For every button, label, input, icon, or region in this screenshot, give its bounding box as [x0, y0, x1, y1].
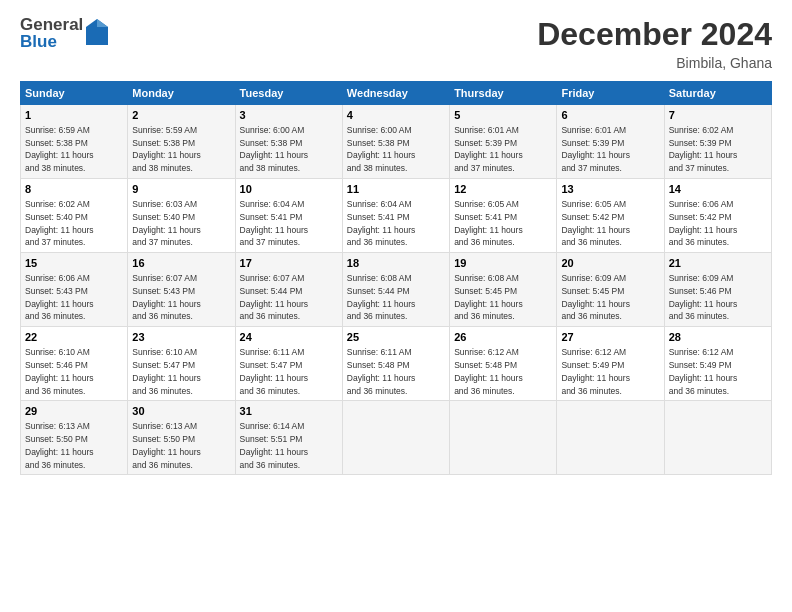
day-info: Sunrise: 6:12 AMSunset: 5:48 PMDaylight:…	[454, 347, 523, 395]
table-cell	[342, 401, 449, 475]
day-info: Sunrise: 6:11 AMSunset: 5:47 PMDaylight:…	[240, 347, 309, 395]
day-number: 10	[240, 182, 338, 197]
calendar-body: 1 Sunrise: 6:59 AMSunset: 5:38 PMDayligh…	[21, 105, 772, 475]
day-info: Sunrise: 6:01 AMSunset: 5:39 PMDaylight:…	[561, 125, 630, 173]
day-number: 9	[132, 182, 230, 197]
table-cell: 2 Sunrise: 5:59 AMSunset: 5:38 PMDayligh…	[128, 105, 235, 179]
day-info: Sunrise: 6:12 AMSunset: 5:49 PMDaylight:…	[561, 347, 630, 395]
table-cell: 13 Sunrise: 6:05 AMSunset: 5:42 PMDaylig…	[557, 179, 664, 253]
day-number: 14	[669, 182, 767, 197]
table-cell	[664, 401, 771, 475]
day-info: Sunrise: 6:59 AMSunset: 5:38 PMDaylight:…	[25, 125, 94, 173]
day-info: Sunrise: 5:59 AMSunset: 5:38 PMDaylight:…	[132, 125, 201, 173]
table-cell: 17 Sunrise: 6:07 AMSunset: 5:44 PMDaylig…	[235, 253, 342, 327]
day-info: Sunrise: 6:07 AMSunset: 5:44 PMDaylight:…	[240, 273, 309, 321]
table-cell: 5 Sunrise: 6:01 AMSunset: 5:39 PMDayligh…	[450, 105, 557, 179]
day-info: Sunrise: 6:10 AMSunset: 5:46 PMDaylight:…	[25, 347, 94, 395]
logo: General Blue	[20, 16, 108, 50]
day-number: 23	[132, 330, 230, 345]
table-row: 29 Sunrise: 6:13 AMSunset: 5:50 PMDaylig…	[21, 401, 772, 475]
table-cell: 1 Sunrise: 6:59 AMSunset: 5:38 PMDayligh…	[21, 105, 128, 179]
table-cell: 20 Sunrise: 6:09 AMSunset: 5:45 PMDaylig…	[557, 253, 664, 327]
day-info: Sunrise: 6:01 AMSunset: 5:39 PMDaylight:…	[454, 125, 523, 173]
day-number: 19	[454, 256, 552, 271]
day-info: Sunrise: 6:13 AMSunset: 5:50 PMDaylight:…	[132, 421, 201, 469]
day-info: Sunrise: 6:08 AMSunset: 5:44 PMDaylight:…	[347, 273, 416, 321]
logo-blue: Blue	[20, 33, 83, 50]
day-info: Sunrise: 6:09 AMSunset: 5:45 PMDaylight:…	[561, 273, 630, 321]
day-info: Sunrise: 6:03 AMSunset: 5:40 PMDaylight:…	[132, 199, 201, 247]
table-cell: 7 Sunrise: 6:02 AMSunset: 5:39 PMDayligh…	[664, 105, 771, 179]
day-info: Sunrise: 6:08 AMSunset: 5:45 PMDaylight:…	[454, 273, 523, 321]
col-friday: Friday	[557, 82, 664, 105]
table-cell: 14 Sunrise: 6:06 AMSunset: 5:42 PMDaylig…	[664, 179, 771, 253]
day-number: 11	[347, 182, 445, 197]
table-cell: 11 Sunrise: 6:04 AMSunset: 5:41 PMDaylig…	[342, 179, 449, 253]
table-row: 8 Sunrise: 6:02 AMSunset: 5:40 PMDayligh…	[21, 179, 772, 253]
table-cell: 23 Sunrise: 6:10 AMSunset: 5:47 PMDaylig…	[128, 327, 235, 401]
table-cell: 28 Sunrise: 6:12 AMSunset: 5:49 PMDaylig…	[664, 327, 771, 401]
table-cell: 9 Sunrise: 6:03 AMSunset: 5:40 PMDayligh…	[128, 179, 235, 253]
col-sunday: Sunday	[21, 82, 128, 105]
day-info: Sunrise: 6:00 AMSunset: 5:38 PMDaylight:…	[240, 125, 309, 173]
logo-text: General Blue	[20, 16, 83, 50]
svg-marker-1	[97, 19, 108, 27]
location: Bimbila, Ghana	[537, 55, 772, 71]
day-number: 25	[347, 330, 445, 345]
day-info: Sunrise: 6:00 AMSunset: 5:38 PMDaylight:…	[347, 125, 416, 173]
day-info: Sunrise: 6:06 AMSunset: 5:42 PMDaylight:…	[669, 199, 738, 247]
table-cell: 4 Sunrise: 6:00 AMSunset: 5:38 PMDayligh…	[342, 105, 449, 179]
logo-general: General	[20, 16, 83, 33]
day-info: Sunrise: 6:04 AMSunset: 5:41 PMDaylight:…	[347, 199, 416, 247]
month-title: December 2024	[537, 16, 772, 53]
day-info: Sunrise: 6:12 AMSunset: 5:49 PMDaylight:…	[669, 347, 738, 395]
day-number: 30	[132, 404, 230, 419]
table-cell: 6 Sunrise: 6:01 AMSunset: 5:39 PMDayligh…	[557, 105, 664, 179]
calendar-header: Sunday Monday Tuesday Wednesday Thursday…	[21, 82, 772, 105]
day-number: 12	[454, 182, 552, 197]
table-cell: 31 Sunrise: 6:14 AMSunset: 5:51 PMDaylig…	[235, 401, 342, 475]
table-row: 15 Sunrise: 6:06 AMSunset: 5:43 PMDaylig…	[21, 253, 772, 327]
table-cell: 26 Sunrise: 6:12 AMSunset: 5:48 PMDaylig…	[450, 327, 557, 401]
table-cell: 21 Sunrise: 6:09 AMSunset: 5:46 PMDaylig…	[664, 253, 771, 327]
day-number: 22	[25, 330, 123, 345]
day-info: Sunrise: 6:07 AMSunset: 5:43 PMDaylight:…	[132, 273, 201, 321]
day-number: 15	[25, 256, 123, 271]
day-number: 1	[25, 108, 123, 123]
day-number: 3	[240, 108, 338, 123]
calendar-table: Sunday Monday Tuesday Wednesday Thursday…	[20, 81, 772, 475]
day-number: 13	[561, 182, 659, 197]
table-cell: 22 Sunrise: 6:10 AMSunset: 5:46 PMDaylig…	[21, 327, 128, 401]
day-number: 28	[669, 330, 767, 345]
day-number: 27	[561, 330, 659, 345]
col-tuesday: Tuesday	[235, 82, 342, 105]
day-number: 18	[347, 256, 445, 271]
table-row: 1 Sunrise: 6:59 AMSunset: 5:38 PMDayligh…	[21, 105, 772, 179]
table-cell: 12 Sunrise: 6:05 AMSunset: 5:41 PMDaylig…	[450, 179, 557, 253]
day-info: Sunrise: 6:02 AMSunset: 5:40 PMDaylight:…	[25, 199, 94, 247]
day-number: 16	[132, 256, 230, 271]
col-wednesday: Wednesday	[342, 82, 449, 105]
day-number: 7	[669, 108, 767, 123]
day-info: Sunrise: 6:14 AMSunset: 5:51 PMDaylight:…	[240, 421, 309, 469]
day-info: Sunrise: 6:11 AMSunset: 5:48 PMDaylight:…	[347, 347, 416, 395]
table-cell: 18 Sunrise: 6:08 AMSunset: 5:44 PMDaylig…	[342, 253, 449, 327]
day-info: Sunrise: 6:10 AMSunset: 5:47 PMDaylight:…	[132, 347, 201, 395]
day-number: 4	[347, 108, 445, 123]
table-cell: 3 Sunrise: 6:00 AMSunset: 5:38 PMDayligh…	[235, 105, 342, 179]
page: General Blue December 2024 Bimbila, Ghan…	[0, 0, 792, 612]
day-number: 21	[669, 256, 767, 271]
day-number: 26	[454, 330, 552, 345]
col-saturday: Saturday	[664, 82, 771, 105]
title-block: December 2024 Bimbila, Ghana	[537, 16, 772, 71]
day-number: 5	[454, 108, 552, 123]
table-row: 22 Sunrise: 6:10 AMSunset: 5:46 PMDaylig…	[21, 327, 772, 401]
day-number: 6	[561, 108, 659, 123]
table-cell: 10 Sunrise: 6:04 AMSunset: 5:41 PMDaylig…	[235, 179, 342, 253]
table-cell: 8 Sunrise: 6:02 AMSunset: 5:40 PMDayligh…	[21, 179, 128, 253]
col-thursday: Thursday	[450, 82, 557, 105]
day-number: 24	[240, 330, 338, 345]
day-info: Sunrise: 6:09 AMSunset: 5:46 PMDaylight:…	[669, 273, 738, 321]
day-info: Sunrise: 6:13 AMSunset: 5:50 PMDaylight:…	[25, 421, 94, 469]
table-cell: 27 Sunrise: 6:12 AMSunset: 5:49 PMDaylig…	[557, 327, 664, 401]
